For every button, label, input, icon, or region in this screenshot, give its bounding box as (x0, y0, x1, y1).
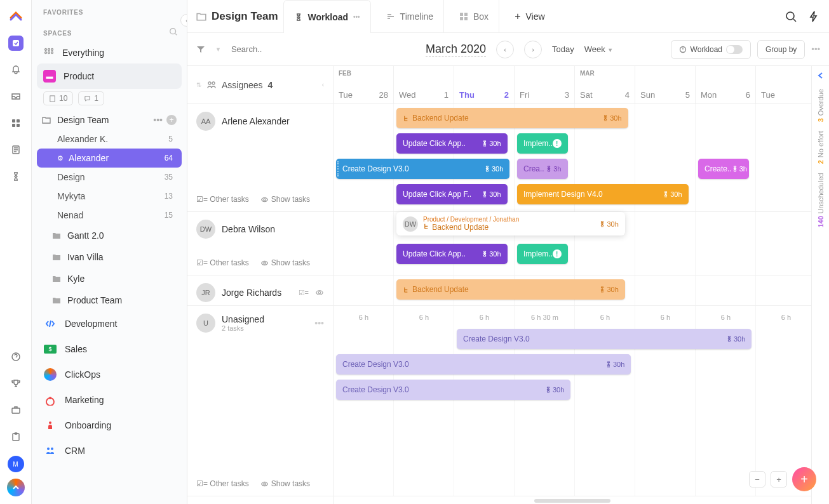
sidebar-item[interactable]: Alexander K.5 (32, 129, 187, 149)
tab-more-icon[interactable]: ••• (353, 13, 360, 20)
task-bar[interactable]: Create Design V3.0 30h (336, 159, 509, 179)
groupby-button[interactable]: Group by (757, 40, 805, 59)
chat-pill[interactable]: 1 (78, 91, 104, 105)
docs-pill[interactable]: 10 (43, 91, 73, 105)
tab-workload[interactable]: Workload ••• (283, 0, 371, 33)
home-icon[interactable] (8, 36, 24, 51)
bolt-icon[interactable] (807, 10, 820, 23)
briefcase-icon[interactable] (8, 402, 24, 418)
noeffort-tab[interactable]: 2 No effort (817, 131, 825, 164)
show-tasks-button[interactable]: Show tasks (260, 258, 310, 267)
expand-icon[interactable] (816, 71, 825, 80)
svg-rect-3 (12, 124, 15, 127)
folder-item[interactable]: Product Team (32, 289, 187, 311)
sort-icon[interactable]: ⇅ (196, 81, 201, 88)
show-tasks-button[interactable]: Show tasks (260, 479, 310, 488)
space-item[interactable]: Onboarding (32, 413, 187, 438)
folder-item[interactable]: Kyle (32, 268, 187, 289)
assignee-name[interactable]: DWDebra Wilson (196, 220, 324, 239)
assignee-row: AAArlene Alexander☑= Other tasksShow tas… (187, 104, 333, 212)
task-bar[interactable]: Update Click App.. 30h (396, 133, 508, 154)
task-bar[interactable]: Create.. 3h (698, 159, 749, 179)
space-item[interactable]: CRM (32, 438, 187, 463)
task-bar[interactable]: Implement Design V4.0 30h (517, 184, 689, 204)
time-icon[interactable] (8, 169, 24, 184)
svg-point-19 (49, 421, 51, 424)
task-bar[interactable]: Implem.. ! (517, 133, 568, 154)
more-icon[interactable]: ••• (153, 115, 163, 125)
help-icon[interactable] (8, 349, 24, 364)
today-button[interactable]: Today (552, 44, 574, 54)
workspace-avatar[interactable] (7, 479, 25, 496)
other-tasks-button[interactable]: ☑= Other tasks (196, 479, 249, 488)
day-column: Mon6 (696, 66, 756, 103)
workload-toggle[interactable]: Workload (671, 40, 751, 59)
filter-icon[interactable] (196, 45, 205, 54)
overdue-tab[interactable]: 3 Overdue (817, 89, 825, 122)
toggle-icon (726, 45, 743, 54)
task-bar[interactable]: Update Click App.. 30h (396, 244, 508, 264)
sidebar-item[interactable]: Mykyta13 (32, 187, 187, 206)
apps-icon[interactable] (8, 116, 24, 131)
space-product[interactable]: ▬ Product (37, 63, 182, 89)
user-avatar[interactable]: M (8, 456, 24, 472)
app-logo[interactable] (7, 6, 25, 24)
next-button[interactable]: › (524, 41, 542, 58)
search-input[interactable] (231, 44, 307, 54)
sidebar-item[interactable]: Nenad15 (32, 206, 187, 225)
horizontal-scrollbar[interactable] (534, 499, 610, 503)
zoom-out-button[interactable]: − (749, 471, 765, 487)
assignee-name[interactable]: JRJorge Richards☑= (196, 283, 324, 302)
add-view-button[interactable]: +View (504, 0, 555, 33)
sidebar-item[interactable]: ⚙Alexander64 (37, 149, 182, 168)
more-icon[interactable]: ••• (811, 44, 820, 54)
clipboard-icon[interactable] (8, 429, 24, 444)
everything-item[interactable]: Everything (32, 42, 187, 63)
assignee-name[interactable]: AAArlene Alexander (196, 112, 324, 131)
space-item[interactable]: $Sales (32, 336, 187, 362)
space-item[interactable]: Development (32, 311, 187, 336)
other-tasks-button[interactable]: ☑= Other tasks (196, 195, 249, 204)
add-icon[interactable]: + (166, 115, 177, 125)
task-bar[interactable]: Implem.. ! (517, 244, 568, 264)
bell-icon[interactable] (8, 62, 24, 77)
month-picker[interactable]: March 2020 (426, 43, 486, 56)
inbox-icon[interactable] (8, 89, 24, 104)
folder-item[interactable]: Ivan Villa (32, 246, 187, 268)
show-tasks-button[interactable]: Show tasks (260, 195, 310, 204)
task-bar[interactable]: Create Design V3.0 30h (457, 329, 751, 349)
search-icon[interactable] (785, 10, 797, 23)
tab-box[interactable]: Box (449, 0, 499, 33)
search-icon[interactable] (169, 27, 178, 36)
task-bar[interactable]: Backend Update 30h (396, 279, 625, 300)
space-item[interactable]: ClickOps (32, 362, 187, 387)
folder-item[interactable]: Gantt 2.0 (32, 225, 187, 246)
task-bar[interactable]: Create Design V3.0 30h (336, 380, 570, 400)
task-bar[interactable]: Backend Update 30h (396, 108, 628, 128)
space-item[interactable]: Marketing (32, 387, 187, 413)
day-column: Tue (756, 66, 811, 103)
task-bar[interactable]: Crea.. 3h (517, 159, 568, 179)
create-button[interactable]: + (792, 467, 816, 491)
timeline[interactable]: FEBTue28Wed1Thu2Fri3MARSat4Sun5Mon6Tue B… (334, 66, 811, 504)
svg-point-26 (786, 12, 794, 20)
design-team-folder[interactable]: Design Team ••• + (32, 110, 187, 129)
sidebar-item[interactable]: Design35 (32, 168, 187, 187)
range-picker[interactable]: Week ▼ (584, 44, 614, 54)
prev-button[interactable]: ‹ (496, 41, 514, 58)
unscheduled-tab[interactable]: 140 Unscheduled (817, 173, 825, 228)
doc-icon[interactable] (8, 142, 24, 157)
zoom-in-button[interactable]: + (771, 471, 787, 487)
task-bar[interactable]: Update Click App F.. 30h (396, 184, 508, 204)
day-column: Thu2 (454, 66, 515, 103)
other-tasks-button[interactable]: ☑= Other tasks (196, 258, 249, 267)
svg-point-33 (264, 482, 266, 484)
chevron-left-icon[interactable]: ‹ (322, 81, 324, 88)
tab-timeline[interactable]: Timeline (376, 0, 444, 33)
task-bar[interactable]: Create Design V3.0 30h (336, 354, 631, 375)
spaces-header: SPACES (32, 21, 83, 42)
trophy-icon[interactable] (8, 376, 24, 391)
assignee-name[interactable]: UUnasigned2 tasks••• (196, 314, 324, 333)
svg-rect-0 (13, 40, 19, 46)
chevron-down-icon[interactable]: ▼ (215, 46, 221, 53)
